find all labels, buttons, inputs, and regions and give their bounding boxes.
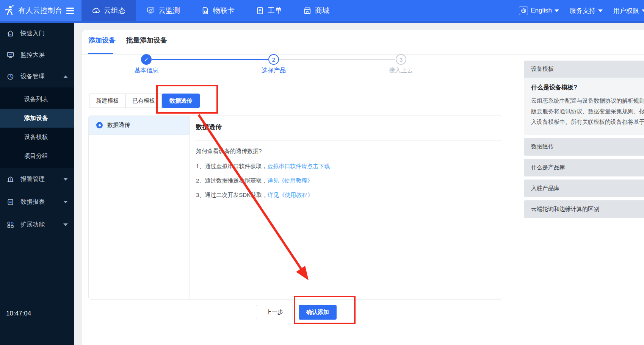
- help-paragraph-line: 入设备模板中。所有关联模板的设备都将基于此模: [531, 117, 644, 127]
- nav-iot-card[interactable]: 物联卡: [191, 0, 245, 21]
- support-label: 服务支持: [570, 6, 595, 15]
- tab-batch-add-device[interactable]: 批量添加设备: [126, 36, 167, 45]
- item-text: 3、通过二次开发SDK获取，: [196, 192, 268, 198]
- previous-step-button[interactable]: 上一步: [256, 305, 293, 319]
- step-2-circle: 2: [268, 54, 279, 65]
- sidebar-item-device-template[interactable]: 设备模板: [0, 128, 74, 147]
- extensions-icon: [6, 221, 14, 229]
- nav-cloud-monitor[interactable]: 云监测: [136, 0, 191, 21]
- monitor-icon: [147, 6, 155, 15]
- item-text: 1、通过虚拟串口软件获取，: [196, 163, 267, 169]
- segment-data-passthrough[interactable]: 数据透传: [162, 94, 200, 108]
- chevron-down-icon: [642, 9, 644, 12]
- help-section-what-is-product-library[interactable]: 什么是产品库: [524, 159, 644, 176]
- device-management-submenu: 设备列表 添加设备 设备模板 项目分组: [0, 87, 74, 168]
- passthrough-panel: 数据透传 数据透传 如何查看设备的透传数据? 1、通过虚拟串口软件获取，虚拟串口…: [88, 116, 502, 300]
- globe-icon: [519, 6, 528, 15]
- sim-card-icon: [201, 6, 210, 15]
- sidebar-item-label: 设备管理: [20, 73, 45, 81]
- item-text: 2、通过数据推送功能获取，: [196, 177, 267, 184]
- help-subtitle: 什么是设备模板?: [531, 84, 644, 92]
- step-1-circle-check-icon: ✓: [141, 54, 152, 65]
- sidebar-item-add-device[interactable]: 添加设备: [0, 109, 74, 128]
- nav-work-order[interactable]: 工单: [245, 0, 293, 21]
- help-device-template-content: 什么是设备模板? 云组态系统中配置与设备数据协议的解析规则，实 版云服务将通讯协…: [524, 78, 644, 135]
- sidebar-item-label: 扩展功能: [20, 221, 45, 229]
- sidebar-item-alarm-management[interactable]: 报警管理: [0, 168, 74, 190]
- chevron-down-icon: [555, 9, 559, 12]
- help-section-cloud-polling-vs-edge[interactable]: 云端轮询和边缘计算的区别: [524, 200, 644, 218]
- confirm-add-button[interactable]: 确认添加: [299, 305, 337, 320]
- step-1-label: 基本信息: [120, 67, 173, 75]
- language-label: English: [531, 7, 552, 14]
- sidebar-item-project-group[interactable]: 项目分组: [0, 147, 74, 165]
- chevron-down-icon: [598, 9, 603, 12]
- chevron-down-icon: [63, 201, 68, 203]
- sidebar-item-device-list[interactable]: 设备列表: [0, 90, 74, 109]
- alarm-icon: [6, 175, 14, 183]
- sidebar-item-label: 数据报表: [20, 198, 45, 206]
- sidebar-item-device-management[interactable]: 设备管理: [0, 66, 74, 87]
- tab-divider: [82, 54, 644, 55]
- permission-label: 用户权限: [613, 6, 639, 15]
- radio-selected-icon[interactable]: [96, 122, 103, 128]
- nav-label: 工单: [268, 6, 282, 16]
- step-connector-pending: [279, 59, 395, 60]
- cloud-icon: [92, 6, 100, 15]
- step-3-label: 接入上云: [374, 67, 428, 75]
- help-paragraph-line: 版云服务将通讯协议、数据变量采集规则、报警规: [531, 106, 644, 117]
- sidebar-item-monitor-screen[interactable]: 监控大屏: [0, 44, 74, 66]
- home-icon: [6, 30, 14, 37]
- app-root: 有人云控制台 云组态 云监测 物联卡: [0, 0, 644, 345]
- option-list: 数据透传: [89, 116, 190, 299]
- chevron-down-icon: [63, 178, 68, 181]
- tab-add-device[interactable]: 添加设备: [88, 36, 116, 45]
- app-title: 有人云控制台: [18, 6, 63, 16]
- data-push-tutorial-link[interactable]: 详见《使用教程》: [267, 177, 313, 184]
- logo-section: 有人云控制台: [0, 0, 81, 21]
- main-card: 添加设备 批量添加设备 ✓ 2 3 基本信息 选择产品 接入上云 新建模板 已有…: [82, 30, 644, 345]
- big-screen-icon: [6, 51, 14, 59]
- help-section-device-template[interactable]: 设备模板: [524, 61, 644, 78]
- submenu-label: 设备列表: [24, 95, 48, 103]
- nav-cloud-scada[interactable]: 云组态: [81, 0, 136, 21]
- sidebar-item-extended-functions[interactable]: 扩展功能: [0, 213, 74, 236]
- sidebar-item-data-report[interactable]: 数据报表: [0, 190, 74, 213]
- segment-existing-template[interactable]: 已有模板: [126, 94, 162, 108]
- help-panel: 设备模板 什么是设备模板? 云组态系统中配置与设备数据协议的解析规则，实 版云服…: [524, 61, 644, 218]
- page-tabs: 添加设备 批量添加设备: [88, 36, 167, 45]
- work-order-icon: [256, 6, 264, 15]
- passthrough-detail: 数据透传 如何查看设备的透传数据? 1、通过虚拟串口软件获取，虚拟串口软件请点击…: [190, 116, 502, 299]
- sdk-tutorial-link[interactable]: 详见《使用教程》: [268, 192, 313, 198]
- user-permission-menu[interactable]: 用户权限: [613, 6, 644, 15]
- nav-label: 云监测: [158, 6, 180, 16]
- store-icon: [303, 6, 312, 15]
- sidebar-item-label: 监控大屏: [20, 51, 45, 59]
- chevron-up-icon: [63, 75, 68, 78]
- nav-label: 商城: [315, 6, 329, 16]
- detail-item-2: 2、通过数据推送功能获取，详见《使用教程》: [196, 177, 313, 184]
- detail-heading: 数据透传: [196, 123, 222, 131]
- help-section-data-passthrough[interactable]: 数据透传: [524, 138, 644, 156]
- submenu-label: 添加设备: [24, 114, 48, 122]
- nav-label: 物联卡: [213, 6, 235, 16]
- option-data-passthrough[interactable]: 数据透传: [89, 116, 190, 135]
- report-icon: [6, 198, 14, 206]
- sidebar-clock: 10:47:04: [6, 310, 31, 317]
- language-switcher[interactable]: English: [519, 6, 559, 15]
- nav-store[interactable]: 商城: [293, 0, 340, 21]
- nav-label: 云组态: [104, 6, 125, 16]
- virtual-serial-download-link[interactable]: 虚拟串口软件请点击下载: [267, 163, 330, 169]
- help-section-join-product-library[interactable]: 入驻产品库: [524, 180, 644, 197]
- sidebar-item-quick-start[interactable]: 快速入门: [0, 23, 74, 44]
- detail-question: 如何查看设备的透传数据?: [196, 148, 262, 155]
- sidebar-item-label: 报警管理: [20, 175, 45, 183]
- service-support-menu[interactable]: 服务支持: [570, 6, 603, 15]
- step-2-label: 选择产品: [247, 67, 300, 75]
- top-nav: 云组态 云监测 物联卡 工单: [81, 0, 340, 21]
- device-management-icon: [6, 73, 14, 81]
- segment-new-template[interactable]: 新建模板: [89, 94, 126, 108]
- sidebar: 快速入门 监控大屏 设备管理 设备列表 添加设备 设备模板: [0, 23, 74, 345]
- menu-toggle-icon[interactable]: [66, 8, 74, 14]
- detail-item-3: 3、通过二次开发SDK获取，详见《使用教程》: [196, 192, 313, 199]
